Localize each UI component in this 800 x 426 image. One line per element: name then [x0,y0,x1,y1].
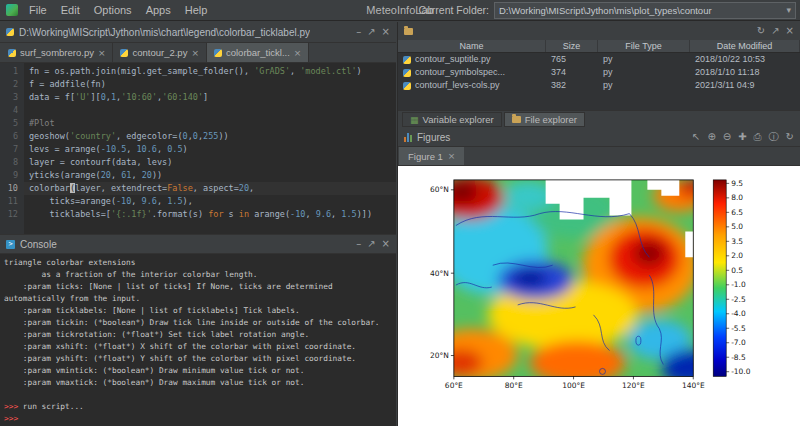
line-number: 11 [0,195,24,208]
column-header[interactable]: Size [546,40,598,52]
file-date: 2021/3/11 04:9 [690,79,800,92]
column-header[interactable]: File Type [598,40,690,52]
tab-close-icon[interactable]: × [294,48,302,58]
float-icon[interactable]: ↗ [771,26,779,36]
close-icon[interactable]: × [786,26,794,36]
menu-item-options[interactable]: Options [87,3,139,17]
code-editor[interactable]: 1fn = os.path.join(migl.get_sample_folde… [0,63,396,234]
line-number: 12 [0,208,24,221]
line-number: 8 [0,156,24,169]
line-number: 4 [0,104,24,117]
code-line[interactable]: 8layer = contourf(data, levs) [0,156,396,169]
grid-icon: ▦ [410,115,419,125]
editor-tab-label: contour_2.py [132,47,187,58]
colorbar-tick-label: 9.5 [731,179,743,188]
console-prompt: >>> [4,402,18,411]
code-line[interactable]: 7levs = arange(-10.5, 10.6, 0.5) [0,143,396,156]
file-table-header: NameSizeFile TypeDate Modified [398,40,800,53]
figure-tab[interactable]: Figure 1 × [399,147,464,165]
zoom-out-icon[interactable]: ⊖ [723,132,731,142]
nodata-region [685,231,693,257]
code-line[interactable]: 1fn = os.path.join(migl.get_sample_folde… [0,65,396,78]
colorbar-tick-label: 5.0 [731,222,743,231]
refresh-icon[interactable]: ↻ [757,26,765,36]
console-title: Console [20,239,57,250]
x-tick-label: 100°E [562,381,585,390]
minimize-icon[interactable]: – [356,27,361,37]
code-line[interactable]: 9yticks(arange(20, 61, 20)) [0,169,396,182]
chevron-down-icon[interactable]: ▾ [782,5,791,15]
current-folder-select[interactable]: D:\Working\MIScript\Jython\mis\plot_type… [494,2,796,19]
table-row[interactable]: contour_suptitle.py765py2018/10/22 10:53 [398,53,800,66]
column-header[interactable]: Date Modified [690,40,800,52]
app-logo-icon [6,4,18,16]
figure-tab-label: Figure 1 [408,151,443,162]
tab-variable-explorer[interactable]: ▦Variable explorer [402,112,502,127]
menu-item-file[interactable]: File [22,3,54,17]
menu-item-apps[interactable]: Apps [139,3,178,17]
figures-title: Figures [417,132,450,143]
colorbar-tick-label: -8.5 [731,353,746,362]
console-line: :param tickrotation: (*float*) Set tick … [4,329,392,341]
close-icon[interactable]: × [382,27,390,37]
code-lines: 1fn = os.path.join(migl.get_sample_folde… [0,65,396,221]
console-panel: > Console – ↗ × triangle colorbar extens… [0,234,396,426]
code-line[interactable]: 10colorbar(layer, extendrect=False, aspe… [0,182,396,195]
colorbar-tick-label: 6.5 [731,208,743,217]
menu-bar: FileEditOptionsAppsHelp MeteoInfoLab Cur… [0,0,800,21]
minimize-icon[interactable]: – [356,239,361,249]
x-tick-label: 140°E [682,381,705,390]
code-line[interactable]: 6geoshow('country', edgecolor=(0,0,255)) [0,130,396,143]
tab-close-icon[interactable]: × [448,151,456,161]
code-line[interactable]: 5#Plot [0,117,396,130]
menu-item-edit[interactable]: Edit [54,3,87,17]
zoom-in-icon[interactable]: ⊕ [707,132,715,142]
left-column: D:\Working\MIScript\Jython\mis\chart\leg… [0,22,396,426]
editor-tab[interactable]: colorbar_tickl...× [207,43,309,62]
float-icon[interactable]: ↗ [367,27,375,37]
table-row[interactable]: contourf_levs-cols.py382py2021/3/11 04:9 [398,79,800,92]
file-size: 374 [546,66,598,79]
line-number: 2 [0,78,24,91]
colorbar-labels: 9.58.06.55.03.52.00.5-1.0-2.5-4.0-5.5-7.… [726,179,751,376]
editor-file-path: D:\Working\MIScript\Jython\mis\chart\leg… [19,27,310,38]
console-line: :param vmaxtick: (*boolean*) Draw maximu… [4,377,392,389]
python-file-icon [8,49,16,57]
pointer-icon[interactable]: ↖ [692,132,700,142]
file-name: contourf_levs-cols.py [415,79,500,92]
print-icon[interactable]: ⎙ [754,132,762,142]
console-window-controls: – ↗ × [356,239,390,249]
code-line[interactable]: 11 ticks=arange(-10, 9.6, 1.5), [0,195,396,208]
y-tick-label: 60°N [430,185,449,194]
menu-item-help[interactable]: Help [178,3,215,17]
tab-close-icon[interactable]: × [98,48,106,58]
code-line[interactable]: 2f = addfile(fn) [0,78,396,91]
refresh-icon[interactable]: ↻ [786,132,794,142]
editor-tab[interactable]: contour_2.py× [113,43,206,62]
table-row[interactable]: contour_symbolspec...374py2018/1/10 11:1… [398,66,800,79]
code-line[interactable]: 3data = f['U'][0,1,'10:60','60:140'] [0,91,396,104]
tab-close-icon[interactable]: × [191,48,199,58]
python-file-icon [403,82,411,90]
editor-tabs: surf_sombrero.py×contour_2.py×colorbar_t… [0,43,396,63]
code-line[interactable]: 12 ticklabels=['{:.1f}'.format(s) for s … [0,208,396,221]
float-icon[interactable]: ↗ [367,239,375,249]
column-header[interactable]: Name [398,40,546,52]
close-icon[interactable]: × [382,239,390,249]
console-line [4,389,392,401]
current-folder-group: Current Folder: D:\Working\MIScript\Jyth… [418,2,796,19]
x-tick-label: 60°E [445,381,463,390]
line-number: 1 [0,65,24,78]
console-output[interactable]: triangle colorbar extensions as a fracti… [0,254,396,426]
figure-canvas[interactable]: 60°E80°E100°E120°E140°E 20°N40°N60°N 9.5… [398,166,800,426]
tab-file-explorer[interactable]: File explorer [504,112,585,127]
info-icon[interactable]: ⓘ [769,132,779,142]
colorbar-tick-label: -10.0 [731,367,751,376]
editor-tab[interactable]: surf_sombrero.py× [1,43,113,62]
console-line: :param vmintick: (*boolean*) Draw minimu… [4,365,392,377]
code-line[interactable]: 4 [0,104,396,117]
pan-icon[interactable]: ✚ [738,132,746,142]
python-file-icon [403,56,411,64]
chart-icon [404,133,412,142]
colorbar-tick-label: -1.0 [731,280,746,289]
